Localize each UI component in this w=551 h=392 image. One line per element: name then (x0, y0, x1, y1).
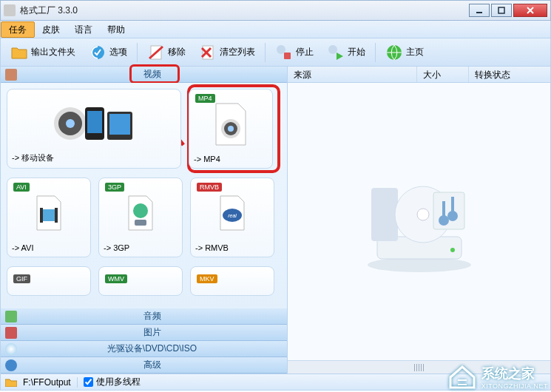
format-3gp[interactable]: 3GP -> 3GP (98, 178, 183, 257)
column-headers: 来源 大小 转换状态 (288, 67, 550, 83)
menu-help[interactable]: 帮助 (100, 21, 132, 38)
wmv-badge: WMV (105, 274, 127, 283)
menu-skin[interactable]: 皮肤 (35, 21, 67, 38)
svg-point-33 (450, 248, 455, 252)
stop-icon (275, 44, 293, 61)
svg-rect-11 (284, 53, 291, 59)
svg-point-27 (133, 203, 148, 218)
svg-rect-1 (498, 7, 504, 13)
format-mobile[interactable]: -> 移动设备 (7, 89, 181, 169)
audio-category-icon (5, 311, 17, 322)
app-icon (4, 4, 16, 16)
task-list-empty[interactable] (288, 83, 550, 360)
svg-rect-34 (371, 188, 398, 241)
home-button[interactable]: 主页 (380, 41, 429, 64)
svg-rect-28 (135, 220, 146, 226)
svg-point-16 (66, 119, 75, 128)
output-folder-button[interactable]: 输出文件夹 (5, 41, 81, 64)
menu-task[interactable]: 任务 (1, 21, 35, 38)
category-advanced-label: 高级 (21, 359, 283, 371)
category-video-label: 视频 (21, 68, 283, 81)
toolbar-separator (375, 43, 376, 62)
output-path[interactable]: F:\FFOutput (23, 377, 71, 388)
right-panel: 来源 大小 转换状态 (288, 67, 550, 374)
mp4-badge: MP4 (195, 94, 215, 103)
disc-category-icon (5, 343, 17, 355)
svg-rect-25 (40, 208, 43, 223)
svg-rect-24 (41, 209, 56, 221)
format-avi-label: -> AVI (12, 243, 33, 252)
clear-list-icon (199, 44, 217, 61)
statusbar-separator (77, 377, 78, 388)
format-grid: -> 移动设备 MP4 -> MP4 AVI -> AVI 3GP (1, 83, 287, 308)
image-category-icon (5, 327, 17, 339)
category-audio-label: 音频 (21, 310, 283, 322)
format-rmvb[interactable]: RMVB real -> RMVB (190, 178, 274, 257)
advanced-category-icon (5, 359, 17, 371)
avi-file-icon (34, 183, 64, 243)
category-disc[interactable]: 光驱设备\DVD\CD\ISO (1, 341, 287, 357)
category-advanced[interactable]: 高级 (1, 357, 287, 374)
svg-point-10 (277, 45, 285, 54)
scrollbar-grip (414, 364, 425, 371)
rmvb-file-icon: real (217, 183, 247, 243)
options-label: 选项 (109, 46, 127, 58)
format-mkv[interactable]: MKV (190, 266, 274, 296)
mkv-badge: MKV (197, 274, 217, 283)
start-icon (327, 44, 345, 61)
clear-list-button[interactable]: 清空列表 (194, 41, 260, 64)
category-disc-label: 光驱设备\DVD\CD\ISO (21, 342, 283, 355)
format-mp4-label: -> MP4 (194, 155, 220, 163)
titlebar: 格式工厂 3.3.0 (0, 0, 551, 21)
mp4-file-icon (212, 94, 249, 155)
format-mobile-label: -> 移动设备 (12, 152, 54, 163)
window-title: 格式工厂 3.3.0 (20, 4, 469, 17)
stop-button[interactable]: 停止 (270, 41, 319, 64)
close-button[interactable] (513, 4, 547, 17)
svg-rect-38 (433, 192, 464, 229)
mobile-devices-icon (50, 94, 138, 152)
home-label: 主页 (406, 46, 424, 58)
folder-icon[interactable] (5, 378, 17, 387)
svg-rect-20 (109, 114, 130, 135)
globe-icon (385, 44, 403, 61)
left-panel: 视频 -> 移动设备 MP4 -> MP4 (1, 67, 288, 374)
format-avi[interactable]: AVI -> AVI (7, 178, 91, 257)
col-status[interactable]: 转换状态 (469, 67, 550, 82)
svg-point-31 (368, 257, 471, 272)
stop-label: 停止 (296, 46, 314, 58)
output-folder-label: 输出文件夹 (31, 46, 75, 58)
category-image-label: 图片 (21, 326, 283, 339)
svg-point-39 (439, 215, 449, 226)
svg-rect-26 (55, 208, 58, 223)
start-button[interactable]: 开始 (322, 41, 371, 64)
col-source[interactable]: 来源 (288, 67, 417, 82)
minimize-button[interactable] (469, 4, 490, 17)
horizontal-scrollbar[interactable] (288, 360, 550, 374)
menu-language[interactable]: 语言 (67, 21, 100, 38)
clear-list-label: 清空列表 (220, 46, 255, 58)
svg-rect-18 (87, 111, 102, 133)
remove-icon (147, 44, 165, 61)
category-video[interactable]: 视频 (1, 67, 287, 83)
multithread-checkbox-input[interactable] (84, 377, 93, 387)
options-button[interactable]: 选项 (84, 41, 132, 64)
options-icon (89, 44, 107, 61)
format-wmv[interactable]: WMV (98, 266, 183, 296)
format-gif[interactable]: GIF (7, 266, 91, 296)
multithread-label: 使用多线程 (96, 376, 141, 388)
avi-badge: AVI (13, 183, 30, 192)
category-image[interactable]: 图片 (1, 325, 287, 341)
col-size[interactable]: 大小 (417, 67, 469, 82)
placeholder-graphic (356, 170, 482, 274)
rmvb-badge: RMVB (197, 183, 222, 192)
multithread-checkbox[interactable]: 使用多线程 (84, 376, 141, 388)
format-mp4[interactable]: MP4 -> MP4 (189, 89, 273, 169)
remove-button[interactable]: 移除 (142, 41, 191, 64)
remove-label: 移除 (168, 46, 186, 58)
svg-point-12 (328, 45, 337, 54)
gif-badge: GIF (13, 274, 30, 283)
format-3gp-label: -> 3GP (104, 243, 129, 252)
maximize-button[interactable] (491, 4, 512, 17)
category-audio[interactable]: 音频 (1, 308, 287, 325)
